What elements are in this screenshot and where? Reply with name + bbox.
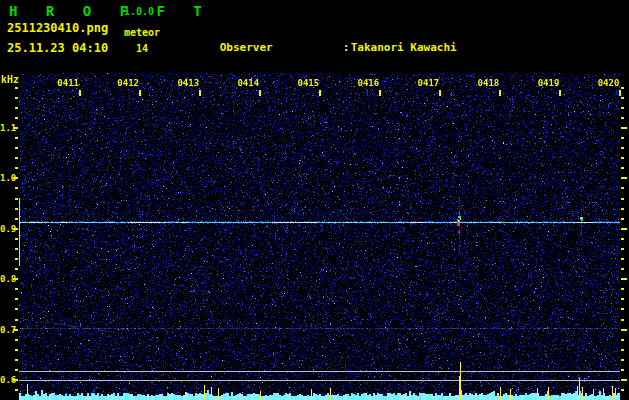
- minute-tick: [199, 90, 201, 96]
- freq-minor-tick-right: [621, 288, 624, 290]
- freq-minor-tick-left: [15, 248, 18, 250]
- minute-tick: [379, 90, 381, 96]
- minute-tick: [439, 90, 441, 96]
- freq-major-tick-right: [621, 278, 627, 280]
- freq-minor-tick-left: [15, 359, 18, 361]
- minute-tick: [79, 90, 81, 96]
- freq-minor-tick-right: [621, 359, 624, 361]
- freq-minor-tick-left: [15, 137, 18, 139]
- freq-minor-tick-left: [15, 288, 18, 290]
- freq-minor-tick-left: [15, 349, 18, 351]
- freq-major-tick-right: [621, 177, 627, 179]
- freq-minor-tick-right: [621, 258, 624, 260]
- observer-value: Takanori Kawachi: [351, 41, 457, 54]
- freq-minor-tick-left: [15, 339, 18, 341]
- observer-row: Observer:Takanori Kawachi: [180, 28, 589, 41]
- freq-minor-tick-left: [15, 147, 18, 149]
- minute-tick: [139, 90, 141, 96]
- time-label: 0411: [55, 78, 79, 88]
- minute-tick: [559, 90, 561, 96]
- freq-minor-tick-right: [621, 319, 624, 321]
- freq-minor-tick-right: [621, 218, 624, 220]
- spectrogram-canvas: [19, 73, 620, 400]
- freq-label: 0.6: [0, 375, 14, 385]
- freq-minor-tick-right: [621, 167, 624, 169]
- freq-minor-tick-left: [15, 238, 18, 240]
- freq-minor-tick-left: [15, 87, 18, 89]
- freq-major-tick-left: [13, 278, 18, 280]
- freq-label: 0.7: [0, 325, 14, 335]
- freq-label: 0.9: [0, 224, 14, 234]
- freq-major-tick-right: [621, 329, 627, 331]
- freq-minor-tick-right: [621, 147, 624, 149]
- freq-minor-tick-right: [621, 187, 624, 189]
- time-label: 0416: [355, 78, 379, 88]
- observer-label: Observer: [220, 41, 343, 54]
- freq-minor-tick-right: [621, 238, 624, 240]
- freq-minor-tick-right: [621, 137, 624, 139]
- time-label: 0420: [595, 78, 619, 88]
- freq-minor-tick-left: [15, 117, 18, 119]
- freq-minor-tick-left: [15, 268, 18, 270]
- freq-axis-unit: kHz: [1, 74, 19, 85]
- freq-minor-tick-left: [15, 308, 18, 310]
- minute-tick: [499, 90, 501, 96]
- freq-label: 1.0: [0, 173, 14, 183]
- freq-minor-tick-right: [621, 268, 624, 270]
- freq-minor-tick-right: [621, 208, 624, 210]
- freq-minor-tick-left: [15, 198, 18, 200]
- colon: :: [343, 41, 351, 54]
- time-label: 0412: [115, 78, 139, 88]
- freq-major-tick-right: [621, 228, 627, 230]
- freq-minor-tick-left: [15, 107, 18, 109]
- minute-tick: [259, 90, 261, 96]
- freq-minor-tick-left: [15, 389, 18, 391]
- freq-minor-tick-right: [621, 117, 624, 119]
- freq-minor-tick-left: [15, 258, 18, 260]
- mode-label: meteor: [124, 27, 160, 38]
- freq-minor-tick-left: [15, 167, 18, 169]
- freq-major-tick-left: [13, 127, 18, 129]
- freq-minor-tick-right: [621, 298, 624, 300]
- minute-tick: [619, 90, 621, 96]
- freq-minor-tick-right: [621, 248, 624, 250]
- freq-label: 0.8: [0, 274, 14, 284]
- freq-major-tick-left: [13, 177, 18, 179]
- freq-minor-tick-left: [15, 187, 18, 189]
- freq-minor-tick-right: [621, 349, 624, 351]
- freq-minor-tick-right: [621, 107, 624, 109]
- freq-minor-tick-left: [15, 208, 18, 210]
- hrofft-output: H R O F F T 1.0.0 2511230410.png meteor …: [0, 0, 629, 400]
- freq-minor-tick-right: [621, 198, 624, 200]
- echo-count: 14: [136, 43, 148, 54]
- freq-major-tick-left: [13, 379, 18, 381]
- freq-major-tick-right: [621, 127, 627, 129]
- freq-minor-tick-right: [621, 308, 624, 310]
- freq-minor-tick-left: [15, 319, 18, 321]
- freq-major-tick-right: [621, 379, 627, 381]
- time-label: 0413: [175, 78, 199, 88]
- freq-minor-tick-right: [621, 339, 624, 341]
- time-label: 0418: [475, 78, 499, 88]
- freq-minor-tick-left: [15, 218, 18, 220]
- observation-datetime: 25.11.23 04:10: [7, 41, 108, 55]
- time-label: 0415: [295, 78, 319, 88]
- freq-minor-tick-right: [621, 389, 624, 391]
- output-filename: 2511230410.png: [7, 21, 108, 35]
- freq-minor-tick-left: [15, 369, 18, 371]
- time-label: 0419: [535, 78, 559, 88]
- app-version: 1.0.0: [124, 6, 154, 17]
- freq-minor-tick-left: [15, 97, 18, 99]
- time-label: 0414: [235, 78, 259, 88]
- freq-minor-tick-left: [15, 298, 18, 300]
- freq-minor-tick-right: [621, 157, 624, 159]
- freq-minor-tick-right: [621, 369, 624, 371]
- time-label: 0417: [415, 78, 439, 88]
- freq-minor-tick-right: [621, 87, 624, 89]
- freq-label: 1.1: [0, 123, 14, 133]
- freq-major-tick-left: [13, 329, 18, 331]
- minute-tick: [319, 90, 321, 96]
- freq-minor-tick-right: [621, 97, 624, 99]
- freq-minor-tick-left: [15, 157, 18, 159]
- freq-major-tick-left: [13, 228, 18, 230]
